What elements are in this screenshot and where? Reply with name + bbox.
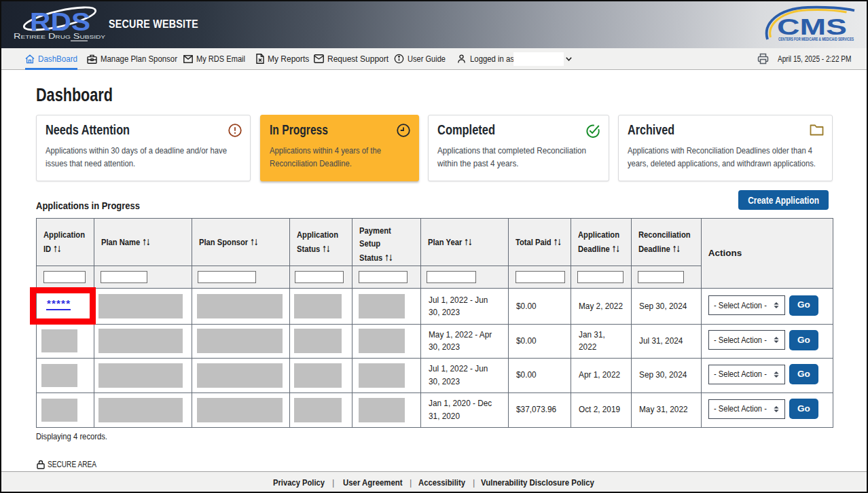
- svg-text:CENTERS FOR MEDICARE & MEDICAI: CENTERS FOR MEDICARE & MEDICAID SERVICES: [778, 37, 854, 41]
- svg-text:Retiree Drug Subsidy: Retiree Drug Subsidy: [14, 32, 106, 40]
- svg-text:CMS: CMS: [777, 14, 847, 39]
